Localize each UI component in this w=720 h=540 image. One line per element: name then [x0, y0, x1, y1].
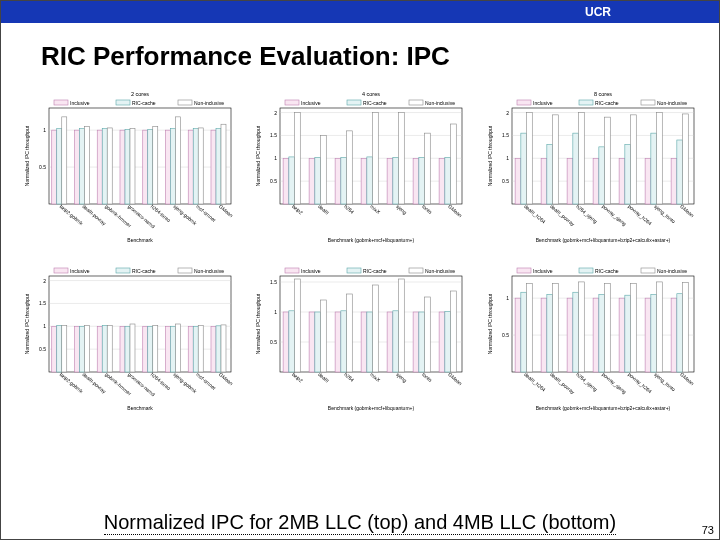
- svg-text:0.5: 0.5: [502, 178, 509, 184]
- svg-rect-254: [598, 294, 604, 372]
- svg-text:1.5: 1.5: [270, 279, 277, 285]
- svg-text:sjeng_tonto: sjeng_tonto: [653, 203, 677, 224]
- svg-rect-220: [413, 312, 419, 372]
- svg-rect-196: [347, 268, 361, 273]
- svg-text:0.5: 0.5: [502, 332, 509, 338]
- svg-rect-86: [439, 158, 445, 204]
- svg-text:Inclusive: Inclusive: [301, 268, 321, 274]
- svg-rect-165: [119, 326, 124, 372]
- svg-rect-21: [102, 129, 107, 204]
- svg-text:sjeng_tonto: sjeng_tonto: [653, 371, 677, 392]
- svg-rect-102: [517, 100, 531, 105]
- svg-rect-263: [656, 282, 662, 372]
- svg-text:Normalized IPC throughput: Normalized IPC throughput: [487, 293, 493, 354]
- svg-text:RIC-cache: RIC-cache: [363, 100, 387, 106]
- svg-text:bzip2-gobmk: bzip2-gobmk: [58, 203, 84, 226]
- svg-rect-208: [335, 312, 341, 372]
- svg-rect-109: [520, 133, 526, 204]
- svg-rect-183: [220, 325, 225, 372]
- svg-text:Benchmark (gobmk+mcf+libquantu: Benchmark (gobmk+mcf+libquantum+): [328, 405, 415, 411]
- svg-rect-218: [399, 279, 405, 372]
- svg-rect-153: [51, 326, 56, 372]
- svg-rect-262: [650, 294, 656, 372]
- svg-text:Non-inclusive: Non-inclusive: [194, 100, 224, 106]
- svg-rect-25: [124, 129, 129, 204]
- svg-rect-114: [552, 115, 558, 204]
- svg-text:1.5: 1.5: [270, 132, 277, 138]
- svg-text:Inclusive: Inclusive: [70, 100, 90, 106]
- svg-text:mixX: mixX: [369, 371, 382, 383]
- svg-text:RIC-cache: RIC-cache: [132, 100, 156, 106]
- svg-rect-177: [188, 326, 193, 372]
- svg-rect-121: [598, 147, 604, 204]
- svg-text:1.5: 1.5: [502, 132, 509, 138]
- svg-rect-112: [541, 158, 547, 204]
- svg-text:Normalized IPC throughput: Normalized IPC throughput: [255, 293, 261, 354]
- svg-rect-167: [129, 324, 134, 372]
- svg-rect-241: [515, 298, 521, 372]
- svg-rect-104: [579, 100, 593, 105]
- svg-text:RIC-cache: RIC-cache: [595, 100, 619, 106]
- svg-text:povray_sjeng: povray_sjeng: [601, 203, 628, 227]
- svg-rect-226: [451, 291, 457, 372]
- svg-text:1: 1: [274, 155, 277, 161]
- svg-rect-201: [289, 311, 295, 372]
- svg-text:povray_h264: povray_h264: [627, 371, 653, 394]
- svg-rect-82: [413, 158, 419, 204]
- svg-text:bzip2-gobmk: bzip2-gobmk: [58, 371, 84, 394]
- svg-rect-30: [152, 126, 157, 204]
- svg-text:povray_h264: povray_h264: [627, 203, 653, 226]
- svg-rect-235: [517, 268, 531, 273]
- svg-rect-29: [147, 129, 152, 204]
- svg-rect-250: [572, 292, 578, 372]
- svg-rect-14: [61, 117, 66, 204]
- svg-text:sjeng: sjeng: [395, 371, 408, 383]
- svg-text:bzip2: bzip2: [291, 371, 304, 383]
- svg-rect-149: [116, 268, 130, 273]
- svg-rect-120: [593, 158, 599, 204]
- svg-rect-129: [650, 133, 656, 204]
- svg-rect-62: [283, 158, 289, 204]
- svg-text:h264_sjeng: h264_sjeng: [575, 371, 599, 392]
- svg-rect-213: [367, 312, 373, 372]
- svg-rect-147: [54, 268, 68, 273]
- svg-rect-32: [165, 130, 170, 204]
- svg-rect-108: [515, 158, 521, 204]
- svg-text:dealII_povray: dealII_povray: [549, 203, 576, 227]
- svg-rect-126: [630, 115, 636, 204]
- svg-text:Normalized IPC throughput: Normalized IPC throughput: [24, 293, 30, 354]
- svg-text:Non-inclusive: Non-inclusive: [425, 100, 455, 106]
- svg-rect-58: [347, 100, 361, 105]
- svg-rect-133: [676, 140, 682, 204]
- svg-text:2: 2: [506, 110, 509, 116]
- svg-rect-26: [129, 129, 134, 204]
- svg-rect-151: [178, 268, 192, 273]
- svg-text:1: 1: [274, 309, 277, 315]
- svg-rect-22: [107, 128, 112, 204]
- svg-rect-18: [84, 126, 89, 204]
- svg-text:mixX: mixX: [369, 203, 382, 215]
- svg-text:RIC-cache: RIC-cache: [595, 268, 619, 274]
- svg-text:Benchmark (gobmk+mcf+libquantu: Benchmark (gobmk+mcf+libquantum+bzip2+ca…: [535, 237, 670, 243]
- svg-text:1: 1: [506, 155, 509, 161]
- svg-rect-267: [682, 283, 688, 372]
- svg-text:Normalized IPC throughput: Normalized IPC throughput: [255, 125, 261, 186]
- svg-rect-80: [399, 113, 405, 204]
- svg-text:RIC-cache: RIC-cache: [132, 268, 156, 274]
- svg-rect-261: [645, 298, 651, 372]
- svg-rect-36: [188, 130, 193, 204]
- page-number: 73: [702, 524, 714, 536]
- svg-rect-10: [178, 100, 192, 105]
- svg-rect-200: [283, 312, 289, 372]
- svg-rect-204: [309, 312, 315, 372]
- svg-rect-16: [74, 130, 79, 204]
- svg-text:2: 2: [43, 278, 46, 284]
- slide-title: RIC Performance Evaluation: IPC: [41, 41, 719, 72]
- svg-rect-41: [215, 129, 220, 204]
- svg-text:sjeng: sjeng: [395, 203, 408, 215]
- svg-rect-60: [409, 100, 423, 105]
- svg-text:Normalized IPC throughput: Normalized IPC throughput: [24, 125, 30, 186]
- svg-text:dealII_h264: dealII_h264: [523, 203, 547, 225]
- svg-text:Benchmark: Benchmark: [127, 405, 153, 411]
- svg-rect-158: [79, 326, 84, 372]
